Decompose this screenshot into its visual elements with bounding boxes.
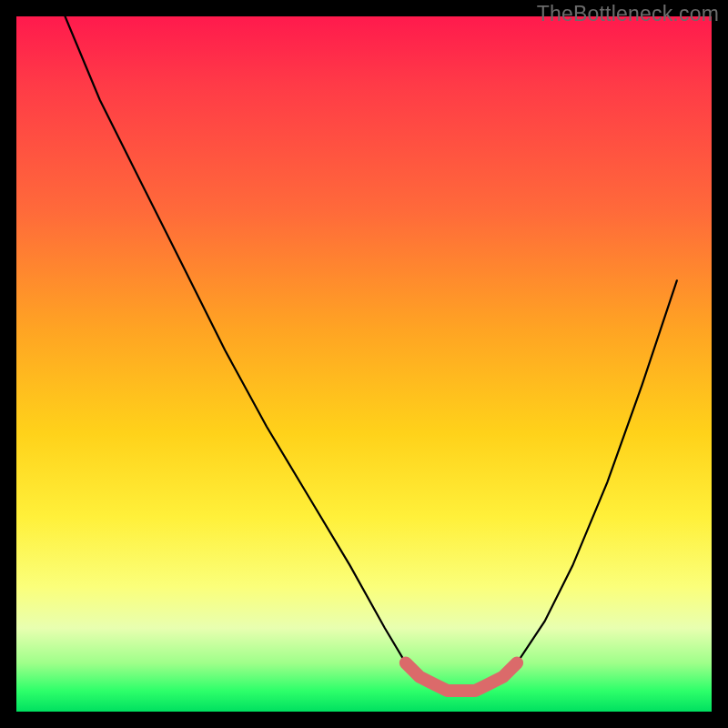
chart-frame: TheBottleneck.com — [0, 0, 728, 728]
plot-area — [16, 16, 712, 712]
watermark-text: TheBottleneck.com — [537, 2, 719, 26]
highlight-band — [406, 663, 517, 692]
bottleneck-curve — [66, 16, 677, 691]
curve-svg — [16, 16, 712, 712]
